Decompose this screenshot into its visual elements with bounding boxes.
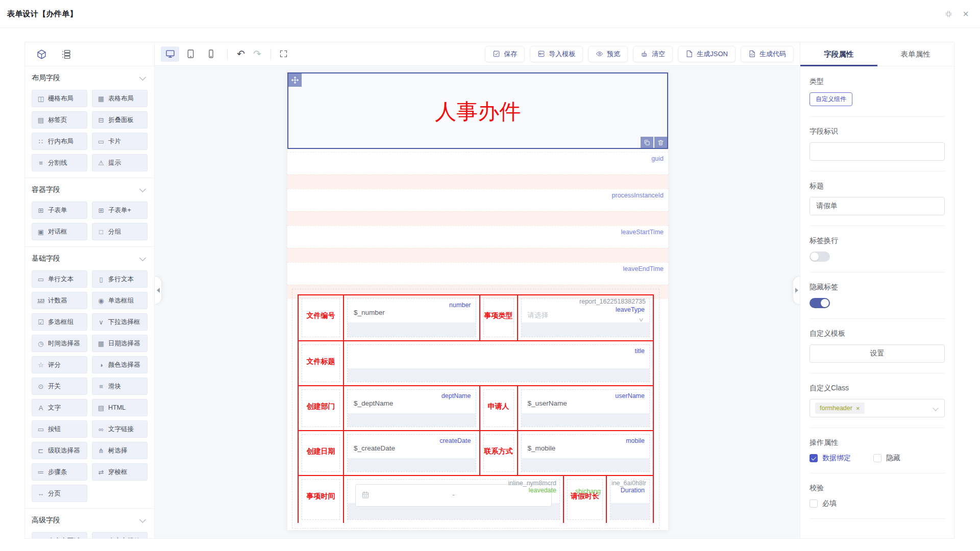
- palette-item-textarea[interactable]: ▯多行文本: [92, 270, 148, 288]
- hidden-field-component[interactable]: leaveStartTime: [287, 226, 668, 248]
- cell-field-box[interactable]: userName$_userName: [521, 389, 650, 427]
- palette-item-radio-group[interactable]: ◉单选框组: [92, 292, 148, 309]
- json-button[interactable]: 生成JSON: [678, 46, 736, 62]
- sidebar-tab-components[interactable]: [36, 49, 47, 60]
- palette-item-tabs[interactable]: ▤标签页: [32, 111, 87, 129]
- palette-item-text[interactable]: A文字: [32, 399, 87, 416]
- checkbox-option[interactable]: 隐藏: [873, 454, 900, 463]
- move-icon[interactable]: [288, 73, 302, 87]
- selected-header-component[interactable]: 人事办件: [287, 72, 668, 149]
- palette-item-cascader[interactable]: ⊏级联选择器: [32, 442, 87, 459]
- palette-item-rate[interactable]: ☆评分: [32, 356, 87, 373]
- cell-field-box[interactable]: -inline_nym8mcrdleavedate: [347, 479, 560, 520]
- cell-label-box[interactable]: 文件编号: [302, 298, 340, 337]
- property-input[interactable]: [810, 142, 945, 161]
- palette-item-subform-plus[interactable]: ⊞子表单+: [92, 202, 148, 219]
- palette-item-time-picker[interactable]: ◷时间选择器: [32, 335, 87, 352]
- palette-item-link[interactable]: ∞文字链接: [92, 420, 148, 438]
- toggle-switch[interactable]: [810, 252, 830, 262]
- toggle-switch[interactable]: [810, 298, 830, 308]
- palette-item-grid-layout[interactable]: ◫栅格布局: [32, 90, 87, 107]
- palette-item-steps[interactable]: ≔步骤条: [32, 463, 87, 481]
- hidden-field-component[interactable]: leaveEndTime: [287, 262, 668, 285]
- palette-item-checkbox-group[interactable]: ☑多选框组: [32, 313, 87, 331]
- code-button[interactable]: 生成代码: [741, 46, 794, 62]
- palette-item-custom-component[interactable]: ⊕自定义组件: [92, 532, 148, 538]
- palette-item-date-picker[interactable]: ▦日期选择器: [92, 335, 148, 352]
- design-canvas[interactable]: 人事办件 guidprocessInstanceIdleaveStartTime…: [155, 66, 800, 538]
- palette-item-alert[interactable]: ⚠提示: [92, 154, 148, 171]
- property-input[interactable]: [810, 197, 945, 215]
- collapse-right-panel-handle[interactable]: [793, 276, 800, 305]
- save-button[interactable]: 保存: [485, 46, 525, 62]
- palette-section-header[interactable]: 高级字段: [32, 509, 148, 532]
- palette-section-header[interactable]: 布局字段: [32, 66, 148, 90]
- rate-icon: ☆: [37, 361, 45, 369]
- device-toggle-desktop[interactable]: [161, 46, 179, 62]
- remove-tag-icon[interactable]: ×: [856, 405, 860, 412]
- tab-field-properties[interactable]: 字段属性: [800, 42, 877, 66]
- palette-item-counter[interactable]: 123计数器: [32, 292, 87, 309]
- hidden-field-component[interactable]: guid: [287, 152, 668, 174]
- cell-field-box[interactable]: number$_number: [347, 298, 476, 337]
- class-select[interactable]: formheader×: [810, 399, 945, 417]
- palette-item-collapse-panel[interactable]: ⊟折叠面板: [92, 111, 148, 129]
- palette-item-divider[interactable]: ≡分割线: [32, 154, 87, 171]
- cell-label-box[interactable]: 事项类型: [483, 298, 514, 337]
- palette-item-table-layout[interactable]: ▦表格布局: [92, 90, 148, 107]
- undo-icon[interactable]: ↶: [233, 49, 249, 59]
- palette-section-header[interactable]: 基础字段: [32, 247, 148, 270]
- redo-icon[interactable]: ↷: [249, 49, 265, 59]
- settings-button[interactable]: 设置: [810, 344, 945, 363]
- cell-field-box[interactable]: title: [347, 344, 650, 382]
- palette-item-subform[interactable]: ⊞子表单: [32, 202, 87, 219]
- device-toggle-tablet[interactable]: [181, 46, 200, 62]
- cell-field-box[interactable]: deptName$_deptName: [347, 389, 476, 427]
- palette-item-card[interactable]: ▭卡片: [92, 133, 148, 150]
- fullscreen-icon[interactable]: [276, 49, 291, 58]
- palette-item-inline-layout[interactable]: ∷行内布局: [32, 133, 87, 150]
- cell-label-box[interactable]: 文件标题: [302, 344, 340, 382]
- device-toggle-phone[interactable]: [202, 46, 220, 62]
- palette-section-header[interactable]: 容器字段: [32, 178, 148, 202]
- palette-item-color-picker[interactable]: ◑颜色选择器: [92, 356, 148, 373]
- cell-field-box[interactable]: report_1622518382735leaveType请选择∨: [521, 298, 650, 337]
- cell-field-box[interactable]: ine_6ai0h8lrDuration: [610, 479, 650, 520]
- palette-item-custom-area[interactable]: ⌂自定义区域: [32, 532, 87, 538]
- import-button[interactable]: 导入模板: [530, 46, 583, 62]
- palette-item-group[interactable]: □分组: [92, 223, 148, 240]
- palette-item-select[interactable]: ∨下拉选择框: [92, 313, 148, 331]
- palette-item-label: 开关: [48, 382, 61, 391]
- exit-fullscreen-icon[interactable]: [945, 10, 952, 18]
- hidden-field-placeholder-row: [287, 174, 668, 189]
- palette-item-transfer[interactable]: ⇄穿梭框: [92, 463, 148, 481]
- daterange-input[interactable]: -: [355, 484, 552, 507]
- copy-icon[interactable]: [641, 137, 653, 148]
- palette-item-switch[interactable]: ⊙开关: [32, 378, 87, 395]
- checkbox-option[interactable]: 数据绑定: [810, 454, 851, 463]
- sidebar-tab-outline[interactable]: [61, 49, 71, 60]
- hidden-field-component[interactable]: processInstanceId: [287, 189, 668, 211]
- palette-item-pagination[interactable]: ↔分页: [32, 485, 87, 502]
- checkbox-option[interactable]: 必填: [810, 499, 837, 508]
- palette-item-html[interactable]: ▤HTML: [92, 399, 148, 416]
- cell-label-box[interactable]: 事项时间: [302, 479, 340, 520]
- cell-field-box[interactable]: createDate$_createDate: [347, 434, 476, 472]
- cell-label-box[interactable]: 申请人: [483, 389, 514, 427]
- cell-label-box[interactable]: 创建日期: [302, 434, 340, 472]
- cell-label-box[interactable]: 联系方式: [483, 434, 514, 472]
- palette-item-dialog[interactable]: ▣对话框: [32, 223, 87, 240]
- close-icon[interactable]: ×: [963, 9, 969, 19]
- palette-item-input[interactable]: ▭单行文本: [32, 270, 87, 288]
- cell-label-box[interactable]: 创建部门: [302, 389, 340, 427]
- clear-button[interactable]: 清空: [633, 46, 673, 62]
- tab-form-properties[interactable]: 表单属性: [877, 42, 954, 66]
- palette-item-tree-select[interactable]: ⋔树选择: [92, 442, 148, 459]
- cell-field-box[interactable]: mobile$_mobile: [521, 434, 650, 472]
- palette-item-button[interactable]: ▭按钮: [32, 420, 87, 438]
- preview-button[interactable]: 预览: [588, 46, 628, 62]
- collapse-left-panel-handle[interactable]: [155, 276, 162, 305]
- palette-item-slider[interactable]: ≡滑块: [92, 378, 148, 395]
- trash-icon[interactable]: [654, 137, 667, 148]
- cell-label-box[interactable]: 请假时长shichang: [567, 479, 603, 520]
